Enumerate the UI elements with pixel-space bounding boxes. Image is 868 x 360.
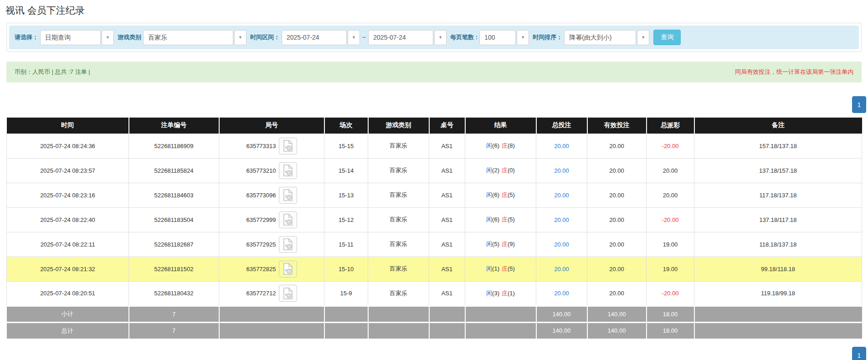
- round-no-text: 635773210: [246, 167, 276, 174]
- summary-bar: 币别：人民币 | 总共 :7 注单 | 同局有效投注，统一计算在该局第一张注单内: [6, 62, 862, 82]
- cell-note: 119.18/99.18: [694, 281, 862, 306]
- result-banker: 庄: [502, 241, 508, 247]
- cell-round-no: 635772825: [219, 257, 324, 281]
- footer-cell: 18.00: [647, 306, 694, 322]
- table-row: 2025-07-24 08:21:32522681181502635772825…: [7, 257, 862, 281]
- cell-bet-no: 522681180432: [129, 281, 219, 306]
- video-replay-button[interactable]: [279, 211, 297, 228]
- column-header: 有效投注: [587, 118, 647, 134]
- cell-time: 2025-07-24 08:24:36: [7, 134, 129, 158]
- column-header: 备注: [694, 118, 862, 134]
- cell-total-bet[interactable]: 20.00: [536, 281, 587, 306]
- cell-payout: -20.00: [647, 207, 694, 232]
- video-replay-button[interactable]: [279, 285, 297, 302]
- page-1-button[interactable]: 1: [852, 347, 866, 360]
- date-from-select[interactable]: 2025-07-24 ▼: [282, 30, 360, 45]
- time-sort-value: 降幂(由大到小): [564, 30, 636, 45]
- footer-cell: [324, 306, 368, 322]
- sort-label: 时间排序：: [533, 33, 562, 41]
- table-row: 2025-07-24 08:23:16522681184603635773096…: [7, 183, 862, 207]
- table-row: 2025-07-24 08:24:36522681186909635773313…: [7, 134, 862, 158]
- cell-note: 137.18/117.18: [694, 207, 862, 232]
- result-player: 闲: [486, 265, 492, 272]
- chevron-down-icon: ▼: [517, 30, 529, 45]
- cell-round-no: 635773210: [219, 158, 324, 183]
- chevron-down-icon: ▼: [234, 30, 247, 45]
- video-replay-button[interactable]: [279, 162, 297, 179]
- footer-cell: 7: [129, 322, 219, 339]
- video-replay-button[interactable]: [279, 187, 297, 204]
- cell-round-no: 635772999: [219, 207, 324, 232]
- footer-cell: [694, 306, 862, 322]
- footer-cell: 7: [129, 306, 219, 322]
- cell-session: 15-9: [324, 281, 368, 306]
- cell-payout: 19.00: [647, 257, 694, 281]
- column-header: 场次: [324, 118, 368, 134]
- cell-payout: 20.00: [647, 158, 694, 183]
- video-replay-icon: [283, 214, 293, 226]
- result-banker: 庄: [502, 290, 508, 297]
- footer-cell: 140.00: [587, 306, 647, 322]
- query-type-select[interactable]: 日期查询 ▼: [40, 30, 114, 45]
- cell-note: 137.18/157.18: [694, 158, 862, 183]
- table-row: 2025-07-24 08:22:11522681182687635772925…: [7, 232, 862, 257]
- time-range-label: 时间区间：: [250, 33, 280, 41]
- date-to-select[interactable]: 2025-07-24 ▼: [368, 30, 447, 45]
- filter-bar: 请选择： 日期查询 ▼ 游戏类别 百家乐 ▼ 时间区间： 2025-07-24 …: [9, 26, 859, 49]
- cell-valid-bet: 20.00: [587, 183, 647, 207]
- cell-total-bet[interactable]: 20.00: [536, 134, 587, 158]
- video-replay-button[interactable]: [279, 236, 297, 253]
- video-replay-icon: [283, 189, 293, 201]
- footer-cell: [465, 306, 536, 322]
- cell-result: 闲(6)庄(5): [465, 207, 536, 232]
- video-replay-button[interactable]: [279, 261, 297, 278]
- cell-total-bet[interactable]: 20.00: [536, 232, 587, 257]
- cell-table-no: AS1: [429, 134, 465, 158]
- cell-session: 15-13: [324, 183, 368, 207]
- game-type-select[interactable]: 百家乐 ▼: [143, 30, 247, 45]
- footer-cell: [465, 322, 536, 339]
- cell-valid-bet: 20.00: [587, 281, 647, 306]
- cell-total-bet[interactable]: 20.00: [536, 183, 587, 207]
- cell-total-bet[interactable]: 20.00: [536, 207, 587, 232]
- footer-cell: 140.00: [587, 322, 647, 339]
- cell-total-bet[interactable]: 20.00: [536, 257, 587, 281]
- cell-round-no: 635772925: [219, 232, 324, 257]
- cell-session: 15-10: [324, 257, 368, 281]
- page-size-label: 每页笔数 :: [450, 33, 478, 41]
- footer-cell: [219, 306, 324, 322]
- result-player: 闲: [486, 167, 492, 174]
- cell-total-bet[interactable]: 20.00: [536, 158, 587, 183]
- result-player: 闲: [486, 290, 492, 297]
- result-banker: 庄: [502, 191, 508, 198]
- cell-payout: 19.00: [647, 232, 694, 257]
- video-replay-icon: [283, 140, 293, 152]
- footer-cell: [429, 322, 465, 339]
- column-header: 游戏类别: [368, 118, 429, 134]
- page-size-select[interactable]: 100 ▼: [479, 30, 529, 45]
- footer-cell: [694, 322, 862, 339]
- video-replay-button[interactable]: [279, 138, 297, 154]
- footer-cell: [324, 322, 368, 339]
- cell-payout: -20.00: [647, 134, 694, 158]
- footer-cell: 小计: [7, 306, 129, 322]
- bet-records-table: 时间注单编号局号场次游戏类别桌号结果总投注有效投注总派彩备注 2025-07-2…: [6, 118, 862, 339]
- query-button[interactable]: 查询: [653, 30, 681, 45]
- cell-table-no: AS1: [429, 183, 465, 207]
- result-banker: 庄: [502, 142, 508, 149]
- column-header: 时间: [7, 118, 129, 134]
- column-header: 结果: [465, 118, 536, 134]
- subtotal-row: 小计7140.00140.0018.00: [7, 306, 862, 322]
- pagination-bottom: 1: [0, 347, 866, 360]
- cell-note: 157.18/137.18: [694, 134, 862, 158]
- round-no-text: 635772825: [246, 266, 276, 273]
- time-sort-select[interactable]: 降幂(由大到小) ▼: [564, 30, 649, 45]
- cell-result: 闲(2)庄(0): [465, 158, 536, 183]
- cell-table-no: AS1: [429, 281, 465, 306]
- page-1-button[interactable]: 1: [852, 96, 866, 113]
- video-replay-icon: [283, 165, 293, 176]
- column-header: 总派彩: [647, 118, 694, 134]
- result-player: 闲: [486, 241, 492, 247]
- cell-bet-no: 522681185824: [129, 158, 219, 183]
- round-no-text: 635772712: [246, 290, 276, 297]
